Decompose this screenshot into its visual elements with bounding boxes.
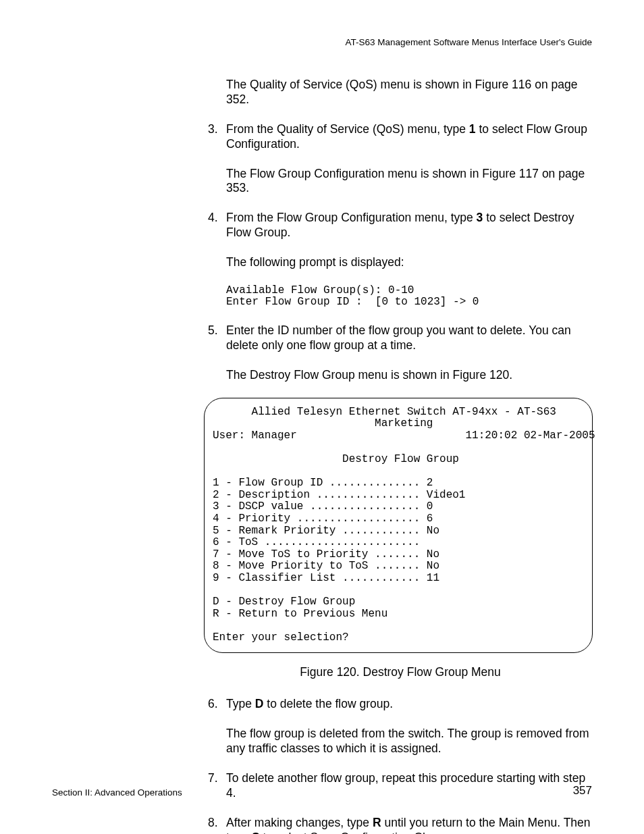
- terminal-output: Allied Telesyn Ethernet Switch AT-94xx -…: [213, 407, 584, 644]
- step-4-p1: From the Flow Group Configuration menu, …: [226, 211, 593, 240]
- step-number: 8.: [208, 816, 218, 831]
- step-3: 3. From the Quality of Service (QoS) men…: [208, 122, 593, 197]
- step-7-p1: To delete another flow group, repeat thi…: [226, 771, 593, 801]
- procedure-list-continued: 6. Type D to delete the flow group. The …: [208, 697, 593, 834]
- text: From the Flow Group Configuration menu, …: [226, 211, 477, 224]
- step-3-p1: From the Quality of Service (QoS) menu, …: [226, 122, 593, 152]
- step-5-p1: Enter the ID number of the flow group yo…: [226, 323, 593, 353]
- step-number: 7.: [208, 771, 218, 786]
- text: to select Save Configuration Changes.: [260, 831, 465, 834]
- step-8: 8. After making changes, type R until yo…: [208, 816, 593, 834]
- step-3-p2: The Flow Group Configuration menu is sho…: [226, 167, 593, 197]
- content-column: The Quality of Service (QoS) menu is sho…: [208, 78, 593, 834]
- key-3: 3: [477, 211, 483, 224]
- running-head: AT-S63 Management Software Menus Interfa…: [345, 37, 592, 47]
- step-number: 3.: [208, 122, 218, 137]
- text: to delete the flow group.: [263, 697, 393, 710]
- step-4-p2: The following prompt is displayed:: [226, 255, 593, 270]
- key-r: R: [373, 816, 381, 829]
- step-5: 5. Enter the ID number of the flow group…: [208, 323, 593, 383]
- step-number: 5.: [208, 323, 218, 338]
- step-5-p2: The Destroy Flow Group menu is shown in …: [226, 368, 593, 383]
- step-number: 4.: [208, 211, 218, 226]
- key-1: 1: [469, 122, 476, 136]
- text: From the Quality of Service (QoS) menu, …: [226, 122, 469, 136]
- step-7: 7. To delete another flow group, repeat …: [208, 771, 593, 801]
- step-6-p1: Type D to delete the flow group.: [226, 697, 593, 712]
- step-4: 4. From the Flow Group Configuration men…: [208, 211, 593, 309]
- key-s: S: [252, 831, 260, 834]
- step-number: 6.: [208, 697, 218, 712]
- step-6: 6. Type D to delete the flow group. The …: [208, 697, 593, 756]
- figure-caption: Figure 120. Destroy Flow Group Menu: [208, 665, 593, 680]
- page: AT-S63 Management Software Menus Interfa…: [0, 0, 644, 834]
- terminal-output-frame: Allied Telesyn Ethernet Switch AT-94xx -…: [204, 398, 593, 653]
- step-8-p1: After making changes, type R until you r…: [226, 816, 593, 834]
- intro-paragraph: The Quality of Service (QoS) menu is sho…: [208, 78, 593, 107]
- procedure-list: 3. From the Quality of Service (QoS) men…: [208, 122, 593, 383]
- text: Type: [226, 697, 255, 710]
- page-number: 357: [573, 784, 592, 798]
- prompt-code: Available Flow Group(s): 0-10 Enter Flow…: [226, 285, 593, 309]
- key-d: D: [255, 697, 264, 710]
- step-6-p2: The flow group is deleted from the switc…: [226, 727, 593, 756]
- footer-section-label: Section II: Advanced Operations: [52, 787, 182, 798]
- text: After making changes, type: [226, 816, 373, 829]
